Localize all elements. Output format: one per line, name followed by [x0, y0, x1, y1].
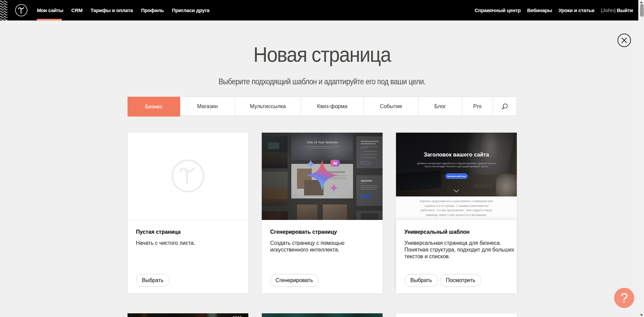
svg-text:AI: AI — [333, 161, 337, 165]
